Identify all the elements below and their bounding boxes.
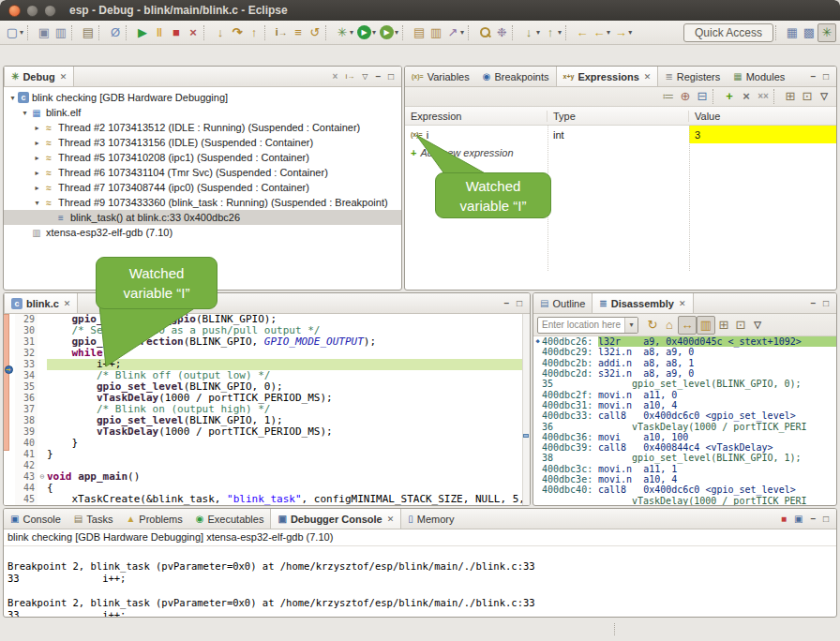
- close-tab-icon[interactable]: ✕: [644, 72, 652, 82]
- disassembly-row[interactable]: 400dbc2d:s32i.n a8, a9, 0: [533, 368, 836, 379]
- debug-tree-row[interactable]: ▾≈Thread #9 1073433360 (blink_task : Run…: [4, 195, 401, 210]
- detach-view-icon[interactable]: ⊡: [732, 316, 749, 335]
- remove-all-expressions-icon[interactable]: ××: [755, 87, 772, 106]
- refresh-view-icon[interactable]: ↻: [644, 316, 661, 335]
- close-tab-icon[interactable]: ✕: [64, 299, 71, 308]
- dropdown-arrow-icon[interactable]: ▾: [536, 28, 540, 37]
- tree-expand-icon[interactable]: ▸: [32, 124, 42, 132]
- dropdown-arrow-icon[interactable]: ▾: [460, 28, 464, 37]
- cpp-perspective-button[interactable]: ▩: [801, 23, 818, 42]
- minimize-icon[interactable]: –: [806, 298, 819, 308]
- display-selected-console-icon[interactable]: ▣: [790, 514, 806, 524]
- debug-tree-row[interactable]: ▸≈Thread #6 1073431104 (Tmr Svc) (Suspen…: [4, 165, 401, 180]
- window-maximize-button[interactable]: [44, 5, 56, 17]
- code-line[interactable]: 45 xTaskCreate(&blink_task, "blink_task"…: [4, 494, 530, 505]
- save-icon[interactable]: ▣: [36, 23, 52, 42]
- disassembly-row[interactable]: 400dbc2f:movi.n a11, 0: [533, 389, 836, 399]
- dropdown-arrow-icon[interactable]: ▾: [20, 28, 23, 37]
- debug-tree-row[interactable]: ▸≈Thread #3 1073413156 (IDLE) (Suspended…: [4, 135, 401, 150]
- quick-access-button[interactable]: Quick Access: [683, 23, 773, 42]
- disconnect-icon[interactable]: ×: [185, 23, 202, 42]
- home-icon[interactable]: ⌂: [661, 316, 678, 335]
- views-tab-modules[interactable]: ▦Modules: [727, 67, 791, 86]
- line-number[interactable]: 32: [15, 348, 38, 359]
- close-tab-icon[interactable]: ✕: [679, 299, 686, 308]
- views-tab-expressions[interactable]: x+yExpressions✕: [556, 67, 659, 86]
- line-number[interactable]: 39: [15, 426, 38, 438]
- dropdown-arrow-icon[interactable]: ▾: [558, 28, 562, 37]
- debug-perspective-button[interactable]: ✳: [818, 23, 836, 42]
- views-tab-disassembly[interactable]: ≣Disassembly✕: [592, 293, 693, 313]
- maximize-icon[interactable]: □: [819, 71, 832, 82]
- show-logical-structure-icon[interactable]: ⊕: [677, 87, 694, 106]
- disassembly-row[interactable]: 400dbc2b:addi.n a8, a8, 1: [533, 358, 836, 368]
- resume-icon[interactable]: ▶: [134, 23, 151, 42]
- overview-ruler[interactable]: [522, 314, 530, 506]
- close-tab-icon[interactable]: ✕: [60, 72, 68, 82]
- maximize-icon[interactable]: □: [819, 298, 832, 308]
- dropdown-arrow-icon[interactable]: ▾: [372, 28, 376, 37]
- open-folder-icon[interactable]: ▥: [428, 23, 444, 42]
- console-tab-problems[interactable]: ▲Problems: [119, 509, 188, 529]
- minimize-icon[interactable]: –: [806, 71, 819, 82]
- build-icon[interactable]: ▤: [80, 23, 97, 42]
- console-tab-memory[interactable]: ▯Memory: [401, 509, 460, 529]
- disassembly-listing[interactable]: ◆400dbc26:l32r a9, 0x400d045c <_stext+10…: [533, 336, 836, 506]
- debug-tree-row[interactable]: ▾cblink checking [GDB Hardware Debugging…: [4, 90, 401, 105]
- minimize-icon[interactable]: –: [500, 298, 513, 308]
- disassembly-row[interactable]: 35gpio_set_level(BLINK_GPIO, 0);: [533, 379, 836, 389]
- disassembly-row[interactable]: 400dbc36:movi a10, 100: [533, 432, 836, 442]
- views-tab-registers[interactable]: ≣Registers: [658, 67, 727, 86]
- view-menu-icon[interactable]: ▽: [816, 87, 832, 106]
- column-header-expression[interactable]: Expression: [405, 111, 548, 122]
- external-tools-icon[interactable]: ▶▾: [378, 23, 400, 42]
- line-number[interactable]: 38: [15, 415, 38, 426]
- code-line[interactable]: 40 }: [4, 438, 530, 449]
- line-number[interactable]: 31: [15, 336, 38, 348]
- maximize-icon[interactable]: □: [513, 298, 526, 308]
- disassembly-row[interactable]: 400dbc33:call8 0x400dc6c0 <gpio_set_leve…: [533, 410, 836, 421]
- previous-annotation-icon[interactable]: ↑▾: [542, 23, 563, 42]
- code-line[interactable]: 41}: [4, 449, 530, 460]
- window-minimize-button[interactable]: [26, 5, 38, 17]
- open-perspective-icon[interactable]: ▦: [784, 23, 801, 42]
- debug-tab-debug[interactable]: ✳Debug✕: [4, 67, 74, 86]
- step-over-icon[interactable]: ↷: [229, 23, 246, 42]
- show-type-names-icon[interactable]: ≔: [660, 87, 677, 106]
- disassembly-row[interactable]: 38gpio_set_level(BLINK_GPIO, 1);: [533, 453, 836, 463]
- debug-tree-row[interactable]: ▸≈Thread #2 1073413512 (IDLE : Running) …: [4, 120, 401, 135]
- line-number[interactable]: 40: [15, 438, 38, 449]
- disassembly-row[interactable]: 36vTaskDelay(1000 / portTICK_PERI: [533, 421, 836, 431]
- drop-to-frame-icon[interactable]: ↺: [307, 23, 323, 42]
- instruction-stepping-mode-icon[interactable]: i→: [341, 72, 358, 81]
- line-number[interactable]: 29: [15, 314, 38, 325]
- column-header-value[interactable]: Value: [689, 111, 836, 122]
- code-line[interactable]: 46}: [4, 505, 530, 506]
- skip-all-breakpoints-icon[interactable]: Ø: [107, 23, 124, 42]
- window-close-button[interactable]: [8, 5, 21, 17]
- tree-expand-icon[interactable]: ▸: [32, 139, 42, 147]
- dropdown-arrow-icon[interactable]: ▾: [628, 28, 632, 37]
- location-input[interactable]: Enter location here: [538, 320, 624, 330]
- new-wizard-icon[interactable]: ▢▾: [4, 23, 25, 42]
- code-editor[interactable]: 29 gpio_pad_select_gpio(BLINK_GPIO);30 /…: [4, 314, 530, 506]
- line-number[interactable]: 43: [15, 471, 38, 483]
- maximize-icon[interactable]: □: [819, 514, 832, 524]
- disassembly-row[interactable]: 400dbc39:call8 0x400844c4 <vTaskDelay>: [533, 442, 836, 453]
- close-tab-icon[interactable]: ✕: [387, 514, 395, 524]
- line-number[interactable]: 30: [15, 325, 38, 336]
- tree-expand-icon[interactable]: ▾: [20, 109, 30, 117]
- debug-tree-row[interactable]: ▥xtensa-esp32-elf-gdb (7.10): [4, 225, 401, 240]
- disassembly-row[interactable]: 400dbc3e:movi.n a10, 4: [533, 474, 836, 484]
- line-number[interactable]: 41: [15, 449, 38, 460]
- disassembly-row[interactable]: 400dbc40:call8 0x400dc6c0 <gpio_set_leve…: [533, 484, 836, 495]
- console-tab-tasks[interactable]: ▤Tasks: [68, 509, 120, 529]
- maximize-icon[interactable]: □: [384, 71, 398, 82]
- back-icon[interactable]: ←▾: [591, 23, 612, 42]
- line-number[interactable]: 45: [15, 494, 38, 505]
- last-edit-location-icon[interactable]: ←: [574, 23, 591, 42]
- location-combo[interactable]: Enter location here ▾: [537, 317, 638, 334]
- terminate-icon[interactable]: ■: [168, 23, 185, 42]
- debug-tree-row[interactable]: ▸≈Thread #5 1073410208 (ipc1) (Suspended…: [4, 150, 401, 165]
- disassembly-row[interactable]: ◆400dbc26:l32r a9, 0x400d045c <_stext+10…: [533, 336, 836, 347]
